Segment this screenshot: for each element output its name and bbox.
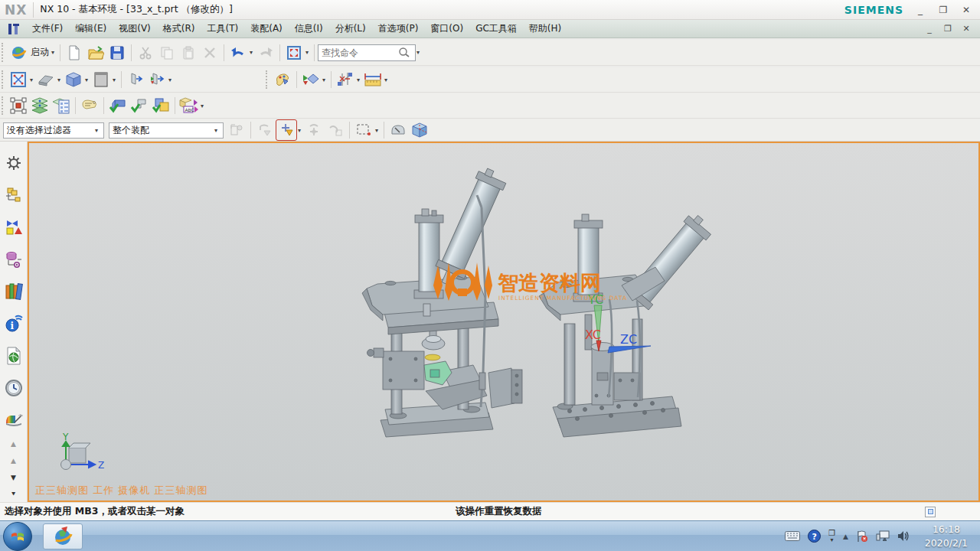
start-label[interactable]: 启动 <box>31 46 49 59</box>
select-components-button[interactable] <box>8 96 28 116</box>
background-button[interactable] <box>91 70 111 90</box>
scroll-down2-icon[interactable]: ⯆ <box>11 491 16 499</box>
network-icon[interactable] <box>876 530 890 542</box>
orient-view-button[interactable] <box>36 70 56 90</box>
fit-view-button[interactable] <box>8 70 28 90</box>
playback-button[interactable] <box>301 70 321 90</box>
roles-gear-button[interactable] <box>3 152 24 174</box>
show-hidden-icons[interactable]: ▲ <box>843 533 848 540</box>
link-select-button[interactable] <box>325 120 345 140</box>
toolbar-grip[interactable] <box>266 70 270 89</box>
volume-icon[interactable] <box>897 530 911 542</box>
layer-settings-button[interactable] <box>30 96 50 116</box>
measure-button[interactable] <box>363 70 383 90</box>
attributes-dropdown-arrow[interactable]: ▾ <box>201 103 204 109</box>
menu-window[interactable]: 窗口(O) <box>424 20 469 37</box>
window-restore-tray-icon[interactable]: ❐▾ <box>828 530 835 543</box>
menu-format[interactable]: 格式(R) <box>157 20 201 37</box>
doc-restore-button[interactable]: ❐ <box>942 24 954 34</box>
close-button[interactable]: ✕ <box>960 5 972 15</box>
doc-close-button[interactable]: ✕ <box>960 24 972 34</box>
hd3d-tools-button[interactable] <box>3 345 24 367</box>
constraints-dropdown-arrow[interactable]: ▾ <box>357 77 360 83</box>
snap-dropdown-arrow[interactable]: ▾ <box>298 127 301 134</box>
nx-task-button[interactable] <box>43 523 83 549</box>
fit-dropdown-arrow[interactable]: ▾ <box>30 77 33 83</box>
rotate-wcs-button[interactable] <box>304 120 324 140</box>
name-attributes-button[interactable]: ABC <box>179 96 199 116</box>
toolbar-grip[interactable] <box>2 70 6 89</box>
web-browser-button[interactable]: i <box>3 313 24 334</box>
action-center-flag-icon[interactable] <box>856 530 868 543</box>
redo-button[interactable] <box>256 43 276 63</box>
menu-edit[interactable]: 编辑(E) <box>69 20 113 37</box>
start-menu-button[interactable] <box>8 43 28 63</box>
doc-minimize-button[interactable]: _ <box>923 24 936 34</box>
menu-gc-toolbox[interactable]: GC工具箱 <box>469 20 523 37</box>
wireframe-contrast-button[interactable] <box>410 120 430 140</box>
start-button[interactable] <box>3 522 32 551</box>
undo-button[interactable] <box>228 43 248 63</box>
section-dropdown-arrow[interactable]: ▾ <box>168 77 172 83</box>
undo-dropdown-arrow[interactable]: ▾ <box>250 49 253 56</box>
touch-mode-dropdown-arrow[interactable]: ▾ <box>305 49 309 56</box>
dock-window-icon[interactable] <box>925 507 936 517</box>
menu-analysis[interactable]: 分析(L) <box>329 20 372 37</box>
reuse-library-button[interactable] <box>3 281 24 302</box>
touch-mode-button[interactable] <box>284 43 304 63</box>
save-button[interactable] <box>107 43 127 63</box>
measure-dropdown-arrow[interactable]: ▾ <box>384 77 387 83</box>
menu-assemblies[interactable]: 装配(A) <box>244 20 289 37</box>
background-dropdown-arrow[interactable]: ▾ <box>113 77 116 83</box>
check-clearance-button[interactable] <box>108 96 128 116</box>
scroll-up2-icon[interactable]: ▲ <box>11 457 16 465</box>
part-navigator-button[interactable] <box>3 249 24 270</box>
right-fixture-assembly[interactable]: YC XC ZC <box>539 210 715 437</box>
search-dropdown-arrow[interactable]: ▾ <box>416 49 420 56</box>
selection-scope-combo[interactable]: 整个装配 ▾ <box>109 122 224 139</box>
selection-filter-combo[interactable]: 没有选择过滤器 ▾ <box>3 122 104 139</box>
paste-button[interactable] <box>178 43 198 63</box>
open-file-button[interactable] <box>86 43 106 63</box>
snap-point-filter-button[interactable] <box>276 120 296 140</box>
cut-button[interactable] <box>136 43 155 63</box>
orient-dropdown-arrow[interactable]: ▾ <box>57 77 60 83</box>
minimize-button[interactable]: _ <box>914 5 926 15</box>
check-structure-button[interactable] <box>129 96 149 116</box>
touch-roles-button[interactable] <box>3 409 24 431</box>
help-icon[interactable]: ? <box>808 530 821 543</box>
menu-view[interactable]: 视图(V) <box>113 20 157 37</box>
edit-section-button[interactable] <box>147 70 167 90</box>
search-icon[interactable] <box>398 47 410 58</box>
select-assembly-button[interactable] <box>227 120 247 140</box>
command-search-input[interactable] <box>322 47 398 58</box>
highlight-faces-button[interactable] <box>388 120 408 140</box>
menu-file[interactable]: 文件(F) <box>26 20 69 37</box>
toolbar-grip[interactable] <box>2 96 6 115</box>
scroll-down-icon[interactable]: ▼ <box>11 474 16 481</box>
part-list-button[interactable] <box>51 96 71 116</box>
constraint-navigator-button[interactable] <box>3 217 24 238</box>
restore-button[interactable]: ❐ <box>937 5 949 15</box>
toolbar-grip[interactable] <box>2 43 6 62</box>
keyboard-icon[interactable] <box>785 531 800 541</box>
reverse-filter-button[interactable] <box>255 120 275 140</box>
menu-help[interactable]: 帮助(H) <box>523 20 567 37</box>
annotation-note-button[interactable] <box>80 96 100 116</box>
copy-button[interactable] <box>157 43 177 63</box>
playback-dropdown-arrow[interactable]: ▾ <box>322 77 325 83</box>
move-component-button[interactable] <box>273 70 292 90</box>
menu-tools[interactable]: 工具(T) <box>201 20 245 37</box>
assembly-navigator-button[interactable] <box>3 184 24 206</box>
menu-preferences[interactable]: 首选项(P) <box>372 20 425 37</box>
delete-button[interactable] <box>200 43 220 63</box>
render-dropdown-arrow[interactable]: ▾ <box>85 77 88 83</box>
marquee-select-button[interactable] <box>354 120 374 140</box>
render-style-button[interactable] <box>64 70 83 90</box>
menu-information[interactable]: 信息(I) <box>289 20 329 37</box>
start-dropdown-arrow[interactable]: ▾ <box>51 49 54 56</box>
scroll-up-icon[interactable]: ▲ <box>11 440 16 448</box>
marquee-dropdown-arrow[interactable]: ▾ <box>375 127 378 134</box>
new-file-button[interactable] <box>64 43 84 63</box>
check-assembly-button[interactable] <box>151 96 171 116</box>
